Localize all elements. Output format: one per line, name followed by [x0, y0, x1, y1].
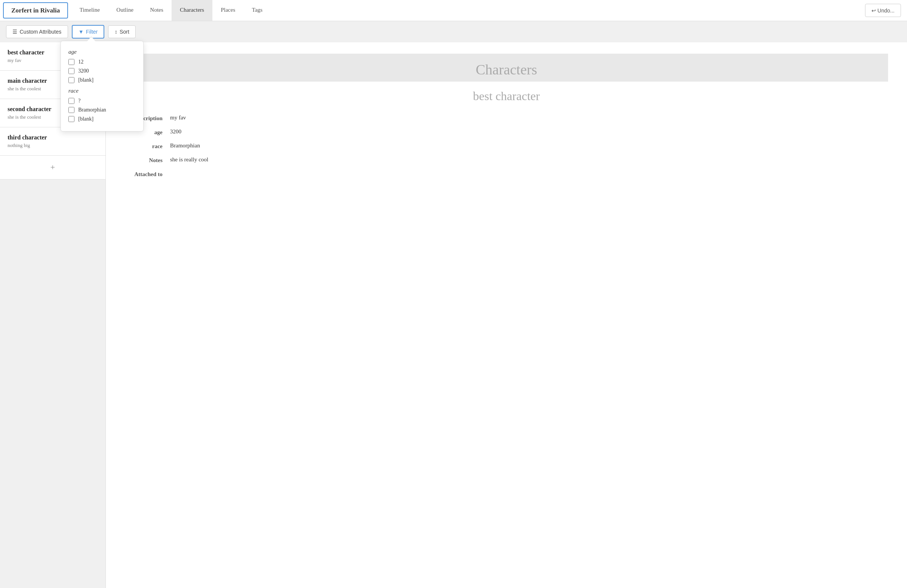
filter-race-blank-checkbox[interactable] [68, 116, 74, 122]
character-item-third-desc: nothing big [8, 143, 98, 149]
list-icon: ☰ [13, 29, 18, 35]
tab-places[interactable]: Places [212, 0, 244, 21]
filter-race-bramorphian[interactable]: Bramorphian [68, 107, 136, 113]
detail-label-notes: Notes [125, 157, 170, 163]
filter-race-bramorphian-value: Bramorphian [78, 107, 106, 113]
sort-icon: ↕ [114, 29, 117, 35]
filter-age-blank-value: [blank] [78, 77, 93, 83]
character-item-third[interactable]: third character nothing big [0, 127, 106, 156]
filter-age-3200-checkbox[interactable] [68, 68, 74, 74]
character-item-third-name: third character [8, 134, 98, 141]
detail-row-attached-to: Attached to [125, 170, 888, 178]
filter-age-blank-checkbox[interactable] [68, 77, 74, 83]
filter-race-blank[interactable]: [blank] [68, 116, 136, 122]
filter-race-question[interactable]: ? [68, 98, 136, 104]
filter-age-12[interactable]: 12 [68, 59, 136, 65]
filter-age-3200-value: 3200 [78, 68, 89, 74]
filter-race-question-checkbox[interactable] [68, 98, 74, 104]
custom-attributes-button[interactable]: ☰ Custom Attributes [6, 25, 68, 38]
page-title: Characters [125, 61, 888, 78]
tab-timeline[interactable]: Timeline [71, 0, 108, 21]
detail-label-race: race [125, 143, 170, 150]
selected-character-name: best character [125, 89, 888, 103]
detail-row-age: age 3200 [125, 128, 888, 136]
detail-value-description: my fav [170, 114, 888, 121]
filter-label: Filter [86, 29, 98, 35]
sort-button[interactable]: ↕ Sort [108, 25, 136, 38]
toolbar: ☰ Custom Attributes ▼ Filter ↕ Sort age … [0, 21, 907, 42]
filter-icon: ▼ [79, 29, 84, 35]
filter-age-12-checkbox[interactable] [68, 59, 74, 65]
page-title-area: Characters [125, 54, 888, 82]
detail-value-notes: she is really cool [170, 157, 888, 163]
detail-row-race: race Bramorphian [125, 143, 888, 150]
sort-label: Sort [119, 29, 129, 35]
filter-button[interactable]: ▼ Filter [72, 25, 105, 38]
app-brand[interactable]: Zorfert in Rivalia [3, 2, 68, 19]
filter-race-question-value: ? [78, 98, 80, 104]
filter-age-12-value: 12 [78, 59, 83, 65]
character-detail: Characters best character Description my… [106, 42, 907, 588]
tab-outline[interactable]: Outline [108, 0, 142, 21]
nav-tabs: Timeline Outline Notes Characters Places… [71, 0, 859, 21]
filter-age-label: age [68, 49, 136, 55]
detail-row-notes: Notes she is really cool [125, 157, 888, 163]
filter-dropdown: age 12 3200 [blank] race ? Bramorphian [… [61, 41, 144, 131]
tab-notes[interactable]: Notes [142, 0, 171, 21]
undo-button[interactable]: ↩ Undo... [865, 4, 901, 17]
filter-race-label: race [68, 88, 136, 94]
detail-label-attached-to: Attached to [125, 170, 170, 178]
filter-race-bramorphian-checkbox[interactable] [68, 107, 74, 113]
add-character-button[interactable]: + [0, 156, 106, 179]
filter-race-blank-value: [blank] [78, 116, 93, 122]
detail-row-description: Description my fav [125, 114, 888, 122]
custom-attributes-label: Custom Attributes [20, 29, 62, 35]
filter-age-blank[interactable]: [blank] [68, 77, 136, 83]
top-nav: Zorfert in Rivalia Timeline Outline Note… [0, 0, 907, 21]
tab-characters[interactable]: Characters [171, 0, 212, 21]
tab-tags[interactable]: Tags [244, 0, 271, 21]
detail-value-race: Bramorphian [170, 143, 888, 149]
detail-value-age: 3200 [170, 128, 888, 135]
filter-age-3200[interactable]: 3200 [68, 68, 136, 74]
